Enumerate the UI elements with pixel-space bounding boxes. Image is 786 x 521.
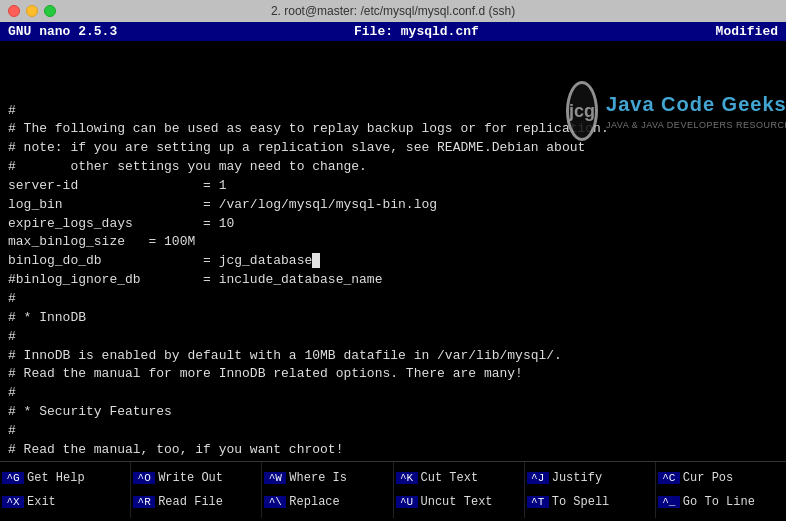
cmd-row[interactable]: ^GGet Help (2, 471, 128, 485)
cmd-label: Cur Pos (683, 471, 733, 485)
editor[interactable]: jcg Java Code Geeks JAVA & JAVA DEVELOPE… (0, 41, 786, 461)
cmd-key: ^K (396, 472, 418, 484)
cmd-group: ^CCur Pos^_Go To Line (656, 462, 786, 518)
cmd-key: ^J (527, 472, 549, 484)
editor-line: # chroot = /var/lib/mysql/ (8, 460, 778, 461)
cmd-row[interactable]: ^_Go To Line (658, 495, 784, 509)
cmd-key: ^_ (658, 496, 680, 508)
file-name: File: mysqld.cnf (354, 24, 479, 39)
editor-content: ## The following can be used as easy to … (8, 102, 778, 461)
cmd-group: ^WWhere Is^\Replace (262, 462, 393, 518)
editor-line: expire_logs_days = 10 (8, 215, 778, 234)
editor-line: # InnoDB is enabled by default with a 10… (8, 347, 778, 366)
editor-line: # Read the manual for more InnoDB relate… (8, 365, 778, 384)
cmd-row[interactable]: ^UUncut Text (396, 495, 522, 509)
logo-circle: jcg (566, 81, 598, 141)
logo-text-block: Java Code Geeks JAVA & JAVA DEVELOPERS R… (606, 90, 786, 132)
cmd-label: Cut Text (421, 471, 479, 485)
logo-overlay: jcg Java Code Geeks JAVA & JAVA DEVELOPE… (566, 71, 766, 151)
cmd-key: ^U (396, 496, 418, 508)
cmd-row[interactable]: ^RRead File (133, 495, 259, 509)
cmd-row[interactable]: ^CCur Pos (658, 471, 784, 485)
editor-line: server-id = 1 (8, 177, 778, 196)
cursor (312, 253, 320, 268)
cmd-key: ^T (527, 496, 549, 508)
nano-version: GNU nano 2.5.3 (8, 24, 117, 39)
cmd-label: Replace (289, 495, 339, 509)
nano-header: GNU nano 2.5.3 File: mysqld.cnf Modified (0, 22, 786, 41)
cmd-row[interactable]: ^JJustify (527, 471, 653, 485)
close-button[interactable] (8, 5, 20, 17)
cmd-key: ^R (133, 496, 155, 508)
cmd-key: ^O (133, 472, 155, 484)
minimize-button[interactable] (26, 5, 38, 17)
editor-line: # (8, 422, 778, 441)
editor-line: binlog_do_db = jcg_database (8, 252, 778, 271)
cmd-label: Exit (27, 495, 56, 509)
logo-main-text: Java Code Geeks (606, 90, 786, 119)
cmd-label: Go To Line (683, 495, 755, 509)
cmd-key: ^\ (264, 496, 286, 508)
editor-line: # (8, 384, 778, 403)
editor-line: # other settings you may need to change. (8, 158, 778, 177)
cmd-label: To Spell (552, 495, 610, 509)
editor-line: # * InnoDB (8, 309, 778, 328)
cmd-group: ^KCut Text^UUncut Text (394, 462, 525, 518)
cmd-key: ^W (264, 472, 286, 484)
cmd-label: Get Help (27, 471, 85, 485)
editor-line: max_binlog_size = 100M (8, 233, 778, 252)
cmd-key: ^C (658, 472, 680, 484)
modified-status: Modified (716, 24, 778, 39)
cmd-row[interactable]: ^XExit (2, 495, 128, 509)
cmd-label: Where Is (289, 471, 347, 485)
cmd-row[interactable]: ^KCut Text (396, 471, 522, 485)
cmd-key: ^X (2, 496, 24, 508)
bottom-bar: ^GGet Help^XExit^OWrite Out^RRead File^W… (0, 461, 786, 518)
cmd-label: Read File (158, 495, 223, 509)
cmd-label: Justify (552, 471, 602, 485)
title-bar: 2. root@master: /etc/mysql/mysql.conf.d … (0, 0, 786, 22)
cmd-key: ^G (2, 472, 24, 484)
cmd-group: ^GGet Help^XExit (0, 462, 131, 518)
cmd-label: Write Out (158, 471, 223, 485)
maximize-button[interactable] (44, 5, 56, 17)
cmd-row[interactable]: ^\Replace (264, 495, 390, 509)
editor-line: # (8, 328, 778, 347)
editor-line: #binlog_ignore_db = include_database_nam… (8, 271, 778, 290)
cmd-group: ^JJustify^TTo Spell (525, 462, 656, 518)
editor-line: # Read the manual, too, if you want chro… (8, 441, 778, 460)
window-controls (8, 5, 56, 17)
cmd-row[interactable]: ^OWrite Out (133, 471, 259, 485)
cmd-label: Uncut Text (421, 495, 493, 509)
logo-sub-text: JAVA & JAVA DEVELOPERS RESOURCE CENTER (606, 119, 786, 132)
editor-line: # * Security Features (8, 403, 778, 422)
editor-line: log_bin = /var/log/mysql/mysql-bin.log (8, 196, 778, 215)
cmd-row[interactable]: ^TTo Spell (527, 495, 653, 509)
editor-line: # (8, 290, 778, 309)
cmd-row[interactable]: ^WWhere Is (264, 471, 390, 485)
window-title: 2. root@master: /etc/mysql/mysql.conf.d … (271, 4, 515, 18)
cmd-group: ^OWrite Out^RRead File (131, 462, 262, 518)
